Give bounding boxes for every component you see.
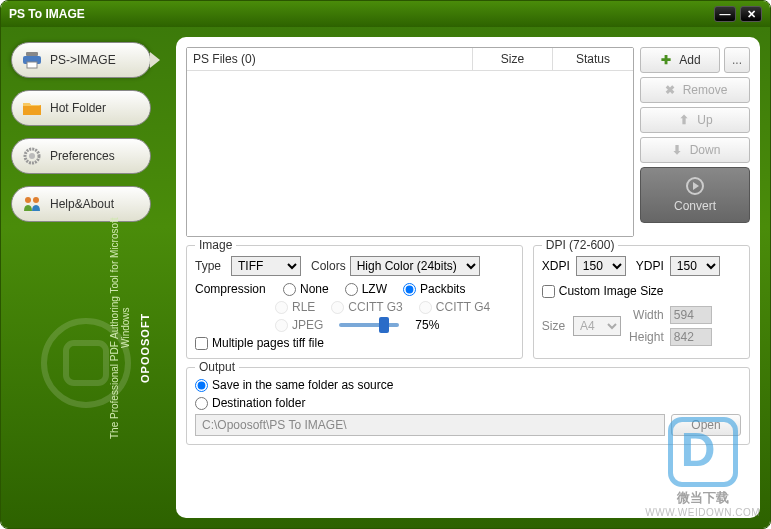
action-buttons: ✚ Add ... ✖ Remove ⬆ Up ⬇ <box>640 47 750 237</box>
comp-g4-radio <box>419 301 432 314</box>
nav-label: PS->IMAGE <box>50 53 116 67</box>
type-select[interactable]: TIFF <box>231 256 301 276</box>
close-button[interactable]: ✕ <box>740 6 762 22</box>
convert-button[interactable]: Convert <box>640 167 750 223</box>
width-input <box>670 306 712 324</box>
group-title: DPI (72-600) <box>542 238 619 252</box>
dpi-group: DPI (72-600) XDPI 150 YDPI 150 Cus <box>533 245 750 359</box>
app-title: PS To IMAGE <box>9 7 85 21</box>
sidebar-tagline: The Professional PDF Authoring Tool for … <box>109 208 131 448</box>
titlebar[interactable]: PS To IMAGE — ✕ <box>1 1 770 27</box>
size-label: Size <box>542 319 565 333</box>
minimize-button[interactable]: — <box>714 6 736 22</box>
remove-button[interactable]: ✖ Remove <box>640 77 750 103</box>
content: PS Files (0) Size Status ✚ Add ... <box>176 37 760 518</box>
xdpi-select[interactable]: 150 <box>576 256 626 276</box>
comp-none-radio[interactable] <box>283 283 296 296</box>
svg-rect-8 <box>66 343 106 383</box>
comp-g3-radio <box>331 301 344 314</box>
gear-icon <box>20 146 44 166</box>
nav-label: Preferences <box>50 149 115 163</box>
colors-label: Colors <box>311 259 346 273</box>
output-group: Output Save in the same folder as source… <box>186 367 750 445</box>
x-icon: ✖ <box>663 83 677 97</box>
open-button: Open <box>671 414 741 436</box>
sidebar-brand: OPOOSOFT <box>139 248 151 448</box>
nav-label: Help&About <box>50 197 114 211</box>
col-status[interactable]: Status <box>553 48 633 70</box>
col-size[interactable]: Size <box>473 48 553 70</box>
comp-packbits-radio[interactable] <box>403 283 416 296</box>
custom-size-label: Custom Image Size <box>559 284 664 298</box>
svg-point-6 <box>33 197 39 203</box>
comp-jpeg-radio <box>275 319 288 332</box>
printer-icon <box>20 50 44 70</box>
plus-icon: ✚ <box>659 53 673 67</box>
slider-thumb[interactable] <box>379 317 389 333</box>
custom-size-checkbox[interactable] <box>542 285 555 298</box>
app-window: PS To IMAGE — ✕ PS->IMAGE Hot Folder <box>0 0 771 529</box>
body: PS->IMAGE Hot Folder Preferences Help&Ab… <box>1 27 770 528</box>
comp-rle-radio <box>275 301 288 314</box>
svg-rect-2 <box>27 62 37 68</box>
dest-folder-radio[interactable] <box>195 397 208 410</box>
up-button[interactable]: ⬆ Up <box>640 107 750 133</box>
up-arrow-icon: ⬆ <box>677 113 691 127</box>
sidebar: PS->IMAGE Hot Folder Preferences Help&Ab… <box>1 27 176 528</box>
ydpi-label: YDPI <box>636 259 664 273</box>
group-title: Image <box>195 238 236 252</box>
nav-label: Hot Folder <box>50 101 106 115</box>
down-arrow-icon: ⬇ <box>670 143 684 157</box>
add-more-button[interactable]: ... <box>724 47 750 73</box>
ydpi-select[interactable]: 150 <box>670 256 720 276</box>
add-button[interactable]: ✚ Add <box>640 47 720 73</box>
same-folder-radio[interactable] <box>195 379 208 392</box>
play-icon <box>686 177 704 195</box>
height-input <box>670 328 712 346</box>
compression-label: Compression <box>195 282 267 296</box>
svg-point-4 <box>29 153 35 159</box>
nav-preferences[interactable]: Preferences <box>11 138 151 174</box>
xdpi-label: XDPI <box>542 259 570 273</box>
image-group: Image Type TIFF Colors High Color (24bit… <box>186 245 523 359</box>
svg-rect-0 <box>26 52 38 56</box>
file-list[interactable]: PS Files (0) Size Status <box>186 47 634 237</box>
down-button[interactable]: ⬇ Down <box>640 137 750 163</box>
colors-select[interactable]: High Color (24bits) <box>350 256 480 276</box>
multi-tiff-checkbox[interactable] <box>195 337 208 350</box>
width-label: Width <box>633 308 664 322</box>
size-select: A4 <box>573 316 621 336</box>
nav-ps-image[interactable]: PS->IMAGE <box>11 42 151 78</box>
people-icon <box>20 194 44 214</box>
file-list-body[interactable] <box>187 71 633 236</box>
jpeg-quality-value: 75% <box>415 318 439 332</box>
col-name[interactable]: PS Files (0) <box>187 48 473 70</box>
file-list-header: PS Files (0) Size Status <box>187 48 633 71</box>
jpeg-quality-slider[interactable] <box>339 323 399 327</box>
folder-icon <box>20 98 44 118</box>
multi-tiff-label: Multiple pages tiff file <box>212 336 324 350</box>
svg-point-5 <box>25 197 31 203</box>
comp-lzw-radio[interactable] <box>345 283 358 296</box>
dest-path-input <box>195 414 665 436</box>
nav-hotfolder[interactable]: Hot Folder <box>11 90 151 126</box>
type-label: Type <box>195 259 227 273</box>
group-title: Output <box>195 360 239 374</box>
height-label: Height <box>629 330 664 344</box>
